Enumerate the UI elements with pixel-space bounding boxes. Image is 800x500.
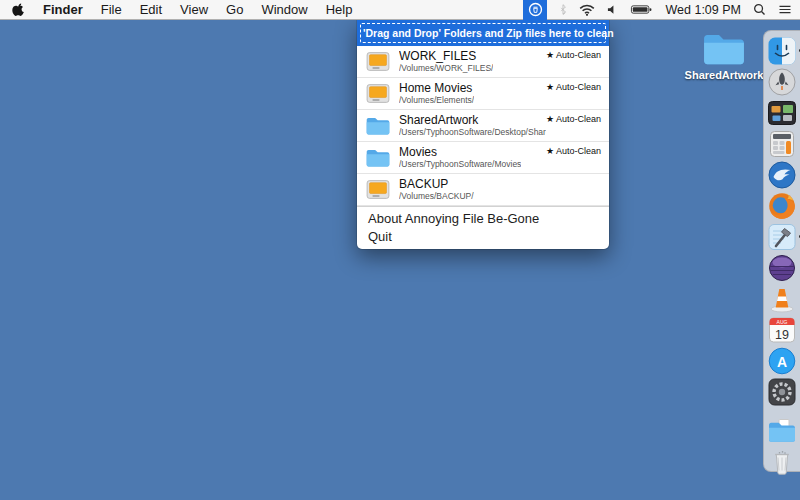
menu-item-movies[interactable]: Movies /Users/TyphoonSoftware/Movies ★ A…: [357, 142, 609, 174]
item-name: WORK_FILES: [399, 50, 493, 63]
menu-file[interactable]: File: [101, 2, 122, 17]
item-path: /Users/TyphoonSoftware/Movies: [399, 159, 521, 169]
folder-icon: [365, 147, 391, 168]
menu-separator: [357, 206, 609, 207]
desktop-folder-label: SharedArtwork: [685, 69, 764, 81]
item-name: SharedArtwork: [399, 114, 546, 127]
folder-icon: [365, 115, 391, 136]
notification-center-icon[interactable]: [778, 4, 792, 15]
vlc-icon[interactable]: [767, 284, 797, 314]
launchpad-icon[interactable]: [767, 67, 797, 97]
menu-app-name[interactable]: Finder: [43, 2, 83, 17]
menu-about[interactable]: About Annoying File Be-Gone: [357, 210, 609, 228]
menu-item-home-movies[interactable]: Home Movies /Volumes/Elements/ ★ Auto-Cl…: [357, 78, 609, 110]
auto-clean-badge: ★ Auto-Clean: [546, 110, 601, 124]
volume-icon[interactable]: [607, 4, 618, 15]
menu-window[interactable]: Window: [261, 2, 307, 17]
calendar-icon[interactable]: AUG 19: [767, 315, 797, 345]
menu-item-backup[interactable]: BACKUP /Volumes/BACKUP/: [357, 174, 609, 206]
auto-clean-badge: ★ Auto-Clean: [546, 78, 601, 92]
item-name: BACKUP: [399, 178, 474, 191]
auto-clean-badge: ★ Auto-Clean: [546, 46, 601, 60]
drive-icon: [365, 179, 391, 200]
mission-control-icon[interactable]: [767, 98, 797, 128]
wifi-icon[interactable]: [579, 4, 595, 16]
drive-icon: [365, 83, 391, 104]
thunderbird-icon[interactable]: [767, 160, 797, 190]
menu-edit[interactable]: Edit: [140, 2, 162, 17]
menu-bar-clock[interactable]: Wed 1:09 PM: [665, 3, 741, 17]
item-name: Movies: [399, 146, 521, 159]
app-store-letter: A: [777, 353, 787, 369]
auto-clean-badge: ★ Auto-Clean: [546, 142, 601, 156]
bluetooth-icon[interactable]: [559, 3, 567, 16]
xcode-icon[interactable]: [767, 222, 797, 252]
menu-view[interactable]: View: [180, 2, 208, 17]
menu-help[interactable]: Help: [326, 2, 353, 17]
menu-go[interactable]: Go: [226, 2, 243, 17]
file-be-gone-menu: 'Drag and Drop' Folders and Zip files he…: [357, 20, 609, 249]
item-path: /Volumes/WORK_FILES/: [399, 63, 493, 73]
item-path: /Volumes/BACKUP/: [399, 191, 474, 201]
apple-menu-icon[interactable]: [12, 2, 25, 17]
drop-zone-header[interactable]: 'Drag and Drop' Folders and Zip files he…: [357, 20, 609, 46]
dvd-player-icon[interactable]: [767, 253, 797, 283]
menu-quit[interactable]: Quit: [357, 228, 609, 246]
battery-icon[interactable]: [630, 4, 653, 15]
item-path: /Users/TyphoonSoftware/Desktop/SharedArt…: [399, 127, 546, 137]
firefox-icon[interactable]: [767, 191, 797, 221]
calendar-month: AUG: [777, 318, 788, 324]
app-store-icon[interactable]: A: [767, 346, 797, 376]
trash-icon[interactable]: [767, 447, 797, 477]
drop-zone-label: 'Drag and Drop' Folders and Zip files he…: [360, 23, 606, 43]
item-path: /Volumes/Elements/: [399, 95, 474, 105]
file-be-gone-icon: [527, 1, 544, 18]
calculator-icon[interactable]: [767, 129, 797, 159]
file-be-gone-statusitem[interactable]: [523, 0, 547, 20]
spotlight-icon[interactable]: [753, 3, 766, 16]
menu-item-sharedartwork[interactable]: SharedArtwork /Users/TyphoonSoftware/Des…: [357, 110, 609, 142]
dock: AUG 19 A: [763, 30, 800, 472]
finder-icon[interactable]: [767, 36, 797, 66]
folder-icon: [701, 30, 747, 67]
drive-icon: [365, 51, 391, 72]
system-preferences-icon[interactable]: [767, 377, 797, 407]
menu-bar: Finder File Edit View Go Window Help: [0, 0, 800, 20]
desktop-folder-sharedartwork[interactable]: SharedArtwork: [694, 30, 754, 81]
downloads-folder-icon[interactable]: [767, 416, 797, 446]
calendar-day: 19: [775, 327, 789, 341]
menu-item-work-files[interactable]: WORK_FILES /Volumes/WORK_FILES/ ★ Auto-C…: [357, 46, 609, 78]
item-name: Home Movies: [399, 82, 474, 95]
